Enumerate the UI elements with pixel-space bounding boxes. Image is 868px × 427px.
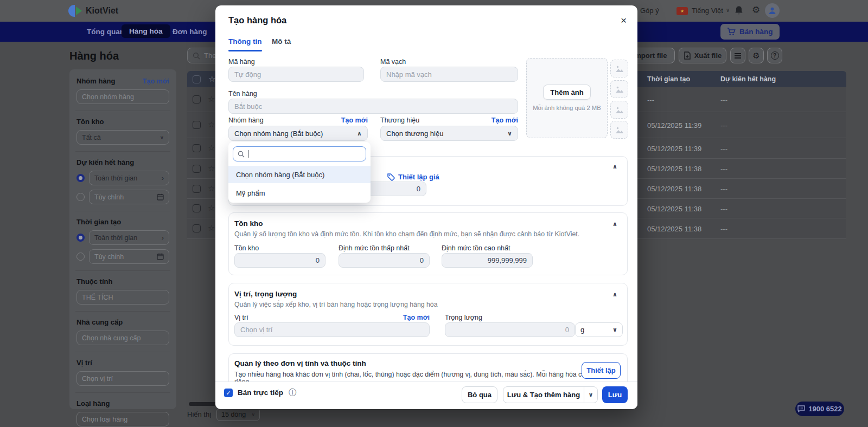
barcode-input[interactable]: Nhập mã vạch [380, 67, 518, 82]
min-stock-input[interactable]: 0 [339, 253, 430, 268]
close-icon[interactable]: × [621, 15, 627, 25]
image-thumb-slot[interactable] [610, 60, 628, 77]
sell-button[interactable]: Bán hàng [720, 24, 780, 40]
product-type-input[interactable]: Chọn loại hàng [76, 412, 169, 426]
collapse-icon[interactable]: ∧ [612, 163, 617, 170]
direct-sale-label: Bán trực tiếp [238, 389, 283, 397]
location-section: ∧ Vị trí, trọng lượng Quản lý việc sắp x… [228, 283, 628, 346]
image-thumb-slot[interactable] [610, 101, 628, 119]
price-setup-link[interactable]: Thiết lập giá [387, 173, 439, 181]
settings-icon[interactable]: ⚙ [749, 48, 764, 63]
attribute-input[interactable]: THỂ TÍCH [76, 290, 169, 305]
row-checkbox[interactable] [193, 95, 201, 103]
collapse-icon[interactable]: ∧ [612, 221, 617, 228]
page-size-select[interactable]: 15 dòng ∨ [216, 407, 260, 421]
page-title: Hàng hóa [69, 50, 119, 62]
image-thumb-slot[interactable] [610, 80, 628, 98]
info-icon[interactable]: ⓘ [289, 388, 296, 398]
dropdown-option[interactable]: Mỹ phẩm [228, 183, 371, 203]
brand-label: Thương hiệu [380, 117, 419, 124]
row-checkbox[interactable] [193, 144, 201, 152]
image-thumb-slot[interactable] [610, 121, 628, 139]
expected-out-custom[interactable]: Tùy chỉnh [89, 190, 169, 204]
unit-title: Quản lý theo đơn vị tính và thuộc tính [234, 359, 366, 367]
col-expected-out[interactable]: Dự kiến hết hàng [720, 75, 776, 83]
export-file-button[interactable]: Xuất file [679, 48, 726, 63]
weight-unit-select[interactable]: g ∨ [575, 322, 623, 337]
row-checkbox[interactable] [193, 204, 201, 212]
chevron-down-icon: ∨ [160, 134, 164, 140]
product-name-input[interactable]: Bắt buộc [228, 99, 518, 114]
create-position-link[interactable]: Tạo mới [403, 314, 430, 321]
save-options-chevron[interactable]: ∨ [584, 386, 598, 403]
brand-select[interactable]: Chọn thương hiệu ∨ [380, 126, 518, 141]
nav-item-hang-hoa[interactable]: Hàng hóa [122, 24, 170, 38]
stock-input[interactable]: 0 [234, 253, 326, 268]
created-custom[interactable]: Tùy chỉnh [89, 249, 169, 264]
image-upload-dropzone[interactable]: Thêm ảnh Mỗi ảnh không quá 2 MB [526, 58, 608, 138]
dropdown-search-input[interactable] [233, 146, 366, 161]
radio-selected[interactable] [76, 174, 85, 182]
product-code-label: Mã hàng [228, 58, 255, 66]
star-icon[interactable]: ☆ [208, 184, 215, 193]
dropdown-option[interactable]: Chọn nhóm hàng (Bắt buộc) [228, 166, 371, 183]
chevron-right-icon: › [162, 174, 164, 182]
radio-unselected[interactable] [76, 193, 85, 201]
row-checkbox[interactable] [193, 224, 201, 232]
group-filter-input[interactable]: Chọn nhóm hàng [76, 89, 169, 104]
expected-out-label: Dự kiến hết hàng [76, 158, 169, 166]
language-selector[interactable]: Tiếng Việt [692, 7, 723, 15]
location-input[interactable]: Chọn vị trí [76, 371, 169, 386]
bell-icon[interactable] [734, 5, 744, 16]
group-select[interactable]: Chọn nhóm hàng (Bắt buộc) ∧ [228, 126, 368, 141]
create-group-link[interactable]: Tạo mới [143, 77, 169, 85]
tag-icon [387, 173, 395, 181]
save-and-new-button[interactable]: Lưu & Tạo thêm hàng [503, 386, 584, 403]
star-icon[interactable]: ☆ [208, 203, 215, 213]
chevron-down-icon[interactable]: ∨ [726, 7, 730, 13]
gear-icon[interactable]: ⚙ [752, 4, 760, 16]
max-stock-input[interactable]: 999,999,999 [442, 253, 533, 268]
user-avatar[interactable] [765, 3, 780, 18]
stock-filter-select[interactable]: Tất cả ∨ [76, 130, 169, 145]
collapse-icon[interactable]: ∧ [612, 291, 617, 298]
feedback-link[interactable]: Góp ý [640, 7, 659, 15]
save-button[interactable]: Lưu [602, 386, 628, 403]
max-stock-label: Định mức tồn cao nhất [442, 244, 510, 252]
select-all-checkbox[interactable] [193, 75, 201, 83]
skip-button[interactable]: Bỏ qua [462, 386, 497, 403]
star-icon[interactable]: ☆ [208, 223, 215, 233]
row-checkbox[interactable] [193, 185, 201, 193]
help-icon[interactable]: ? [767, 48, 782, 63]
nav-item-tong-quan[interactable]: Tổng quan [87, 28, 124, 36]
star-icon[interactable]: ☆ [208, 143, 215, 153]
radio-selected[interactable] [76, 234, 85, 242]
tab-mo-ta[interactable]: Mô tả [272, 37, 291, 46]
weight-input[interactable]: 0 [445, 322, 575, 337]
star-icon[interactable]: ☆ [208, 94, 215, 104]
direct-sale-checkbox[interactable]: ✓ [224, 389, 233, 397]
unit-setup-button[interactable]: Thiết lập [582, 362, 621, 379]
create-group-link[interactable]: Tạo mới [341, 117, 368, 124]
support-hotline[interactable]: 1900 6522 [795, 402, 844, 416]
calendar-icon [157, 193, 164, 200]
star-icon[interactable]: ☆ [208, 120, 215, 130]
nav-item-don-hang[interactable]: Đơn hàng [173, 28, 207, 36]
created-all-time[interactable]: Toàn thời gian › [89, 230, 169, 245]
row-checkbox[interactable] [193, 165, 201, 173]
chevron-right-icon: › [162, 234, 164, 242]
col-created[interactable]: Thời gian tạo [647, 75, 690, 83]
product-code-input[interactable]: Tự động [228, 67, 364, 82]
star-icon[interactable]: ☆ [208, 164, 215, 173]
radio-unselected[interactable] [76, 253, 85, 261]
expected-out-all-time[interactable]: Toàn thời gian › [89, 171, 169, 185]
position-input[interactable]: Chọn vị trí [234, 322, 430, 337]
supplier-input[interactable]: Chọn nhà cung cấp [76, 331, 169, 345]
add-image-button[interactable]: Thêm ảnh [543, 85, 591, 100]
tab-thong-tin[interactable]: Thông tin [228, 37, 261, 46]
row-checkbox[interactable] [193, 121, 201, 129]
create-brand-link[interactable]: Tạo mới [492, 117, 518, 124]
filter-sidebar: Nhóm hàng Tạo mới Chọn nhóm hàng Tồn kho… [69, 69, 176, 409]
columns-icon[interactable] [730, 48, 745, 63]
location-label: Vị trí [76, 359, 169, 367]
